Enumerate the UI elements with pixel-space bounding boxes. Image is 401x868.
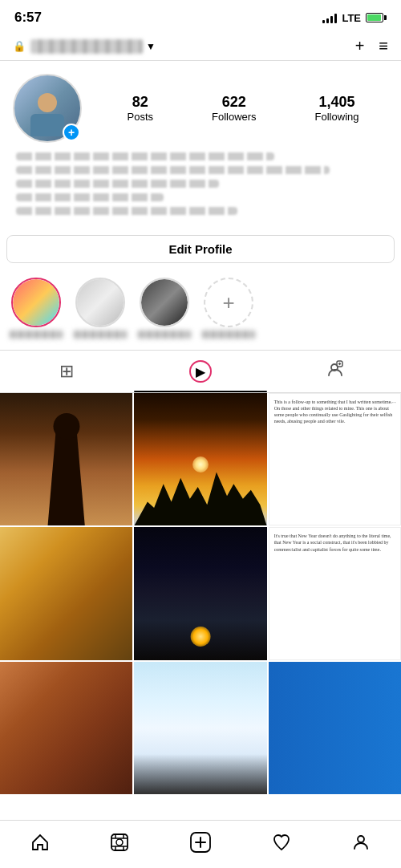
- edit-profile-button[interactable]: Edit Profile: [6, 235, 395, 263]
- status-icons: LTE: [322, 12, 387, 24]
- profile-stats: 82 Posts 622 Followers 1,405 Following: [98, 94, 388, 123]
- following-label: Following: [315, 111, 359, 123]
- followers-count: 622: [222, 94, 246, 111]
- lock-icon: 🔒: [13, 40, 26, 52]
- more-dots-icon: ···: [390, 398, 396, 407]
- bottom-nav: [0, 820, 401, 868]
- heart-icon: [272, 833, 291, 857]
- nav-home-button[interactable]: [21, 826, 59, 863]
- add-story-button[interactable]: +: [63, 124, 80, 141]
- tabs-row: ⊞ ▶: [0, 350, 401, 393]
- nav-profile-button[interactable]: [342, 826, 380, 863]
- tab-reels[interactable]: ▶: [134, 351, 268, 392]
- username-blurred: [30, 39, 143, 54]
- nav-reels-button[interactable]: [100, 826, 139, 863]
- status-bar: 6:57 LTE: [0, 0, 401, 32]
- grid-cell-9[interactable]: [269, 662, 401, 794]
- bio-line-5: [16, 207, 237, 215]
- highlight-circle-3: [140, 278, 189, 327]
- home-icon: [30, 833, 50, 857]
- profile-section: + 82 Posts 622 Followers 1,405 Following: [0, 61, 401, 227]
- menu-button[interactable]: ≡: [379, 37, 388, 55]
- svg-rect-4: [111, 834, 128, 850]
- grid-cell-7[interactable]: [0, 662, 132, 794]
- status-time: 6:57: [14, 10, 42, 26]
- posts-stat[interactable]: 82 Posts: [127, 94, 153, 123]
- add-highlight-icon: +: [222, 292, 234, 313]
- header-right: + ≡: [355, 37, 388, 55]
- tab-grid[interactable]: ⊞: [0, 351, 134, 392]
- header-left: 🔒 ▼: [13, 39, 156, 54]
- grid-cell-2[interactable]: [134, 393, 266, 525]
- reels-tab-circle: ▶: [189, 360, 212, 383]
- posts-label: Posts: [127, 111, 153, 123]
- edit-profile-wrap: Edit Profile: [0, 227, 401, 271]
- grid-cell-3[interactable]: ··· This is a follow-up to something tha…: [269, 393, 401, 525]
- grid-cell-8[interactable]: [134, 662, 266, 794]
- following-stat[interactable]: 1,405 Following: [315, 94, 359, 123]
- followers-label: Followers: [212, 111, 257, 123]
- lte-label: LTE: [342, 12, 361, 24]
- posts-count: 82: [132, 94, 148, 111]
- add-post-button[interactable]: +: [355, 37, 365, 55]
- photo-grid: ··· This is a follow-up to something tha…: [0, 393, 401, 794]
- battery-icon: [366, 13, 387, 22]
- hamburger-icon: ≡: [379, 37, 388, 55]
- profile-nav-icon: [351, 833, 371, 857]
- text-post-1: ··· This is a follow-up to something tha…: [269, 393, 401, 525]
- highlight-item-3[interactable]: [138, 278, 191, 339]
- grid-cell-6[interactable]: It's true that New Year doesn't do anyth…: [269, 527, 401, 659]
- add-highlight-circle[interactable]: +: [204, 278, 253, 327]
- text-post-2: It's true that New Year doesn't do anyth…: [269, 527, 401, 659]
- text-post-1-content: This is a follow-up to something that I …: [274, 399, 395, 424]
- following-count: 1,405: [319, 94, 355, 111]
- bio-line-3: [16, 180, 219, 188]
- bio-line-4: [16, 193, 164, 201]
- username-area[interactable]: ▼: [30, 39, 156, 54]
- grid-icon: ⊞: [59, 361, 74, 382]
- highlight-label-add: [202, 331, 255, 339]
- highlight-item-2[interactable]: [74, 278, 127, 339]
- highlight-label-1: [10, 331, 63, 339]
- profile-top: + 82 Posts 622 Followers 1,405 Following: [13, 74, 388, 143]
- highlight-label-2: [74, 331, 127, 339]
- tagged-icon: [326, 360, 343, 383]
- reels-icon: ▶: [196, 364, 205, 379]
- followers-stat[interactable]: 622 Followers: [212, 94, 257, 123]
- highlight-circle-1: [11, 278, 61, 327]
- nav-add-button[interactable]: [180, 825, 221, 864]
- bio-section: [13, 152, 388, 215]
- grid-cell-4[interactable]: [0, 527, 132, 659]
- tab-tagged[interactable]: [267, 351, 401, 392]
- highlights-row: +: [0, 271, 401, 350]
- text-post-2-content: It's true that New Year doesn't do anyth…: [274, 533, 395, 552]
- highlight-label-3: [138, 331, 191, 339]
- app-header: 🔒 ▼ + ≡: [0, 32, 401, 61]
- svg-point-5: [116, 839, 123, 846]
- avatar-wrap: +: [13, 74, 82, 143]
- grid-cell-1[interactable]: [0, 393, 132, 525]
- highlight-item-1[interactable]: [10, 278, 63, 339]
- bio-line-1: [16, 152, 274, 160]
- grid-cell-5[interactable]: [134, 527, 266, 659]
- svg-point-15: [358, 836, 364, 842]
- dropdown-arrow-icon[interactable]: ▼: [146, 41, 156, 52]
- nav-likes-button[interactable]: [262, 826, 301, 863]
- highlight-item-add[interactable]: +: [202, 278, 255, 339]
- add-icon: [190, 832, 211, 858]
- bio-line-2: [16, 166, 330, 174]
- plus-icon: +: [355, 37, 365, 55]
- highlight-circle-2: [75, 278, 125, 327]
- reels-nav-icon: [110, 833, 129, 857]
- signal-bars-icon: [322, 12, 337, 23]
